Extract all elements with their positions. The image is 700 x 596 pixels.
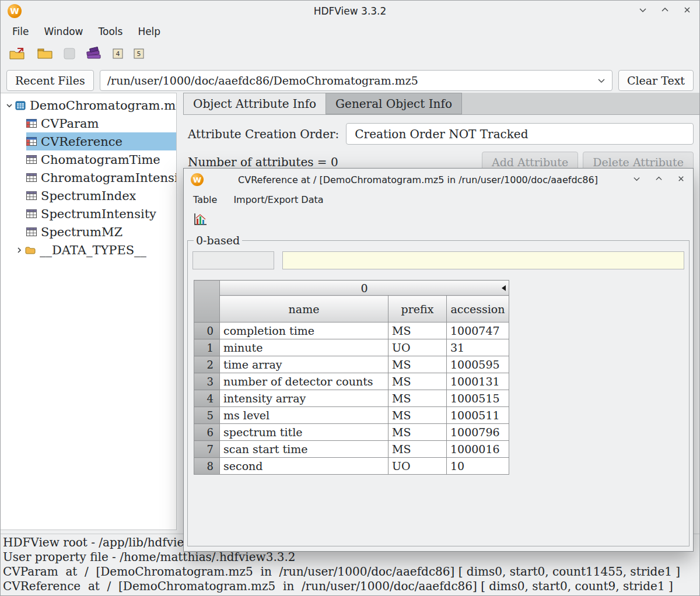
minimize-button[interactable]: [638, 6, 648, 16]
menu-import-export-data[interactable]: Import/Export Data: [233, 194, 323, 205]
chevron-down-icon[interactable]: [4, 101, 15, 110]
menu-help[interactable]: Help: [131, 23, 167, 40]
close-button[interactable]: [682, 6, 692, 16]
close-file-icon: [37, 47, 53, 63]
table-cell[interactable]: scan start time: [220, 441, 388, 458]
tree-item-cvreference[interactable]: CVReference: [1, 132, 176, 150]
collapse-marker-icon[interactable]: [502, 285, 506, 291]
table-cell[interactable]: MS: [388, 390, 447, 407]
table-cell[interactable]: minute: [220, 339, 388, 356]
tree-item-spectrumindex[interactable]: SpectrumIndex: [1, 187, 176, 205]
tree-item-datatypes[interactable]: __DATA_TYPES__: [1, 241, 176, 259]
dataset-table-icon: [26, 227, 37, 236]
table-corner[interactable]: [194, 281, 220, 322]
table-cell[interactable]: 1000595: [447, 356, 509, 373]
column-header-prefix[interactable]: prefix: [388, 296, 447, 322]
column-header-accession[interactable]: accession: [447, 296, 509, 322]
help-button[interactable]: [85, 45, 103, 64]
open-file-button[interactable]: [8, 45, 27, 65]
table-cell[interactable]: UO: [388, 458, 447, 475]
hdf5-button[interactable]: 5: [132, 47, 145, 62]
table-row: 1minuteUO31: [194, 339, 509, 356]
tree-item-chomatogramtime[interactable]: ChomatogramTime: [1, 150, 176, 169]
row-header[interactable]: 7: [194, 441, 220, 458]
row-header[interactable]: 5: [194, 407, 220, 424]
recent-files-bar: Recent Files /run/user/1000/doc/aaefdc86…: [1, 68, 699, 93]
plot-button[interactable]: [192, 212, 208, 230]
chevron-down-icon[interactable]: [597, 76, 606, 85]
table-cell[interactable]: 1000796: [447, 424, 509, 441]
dialog-titlebar[interactable]: W CVReference at / [DemoChromatogram.mz5…: [184, 169, 693, 191]
data-table[interactable]: 0 name prefix accession 0completion time…: [194, 280, 509, 475]
table-cell[interactable]: MS: [388, 424, 447, 441]
attribute-info-content: Attribute Creation Order: Creation Order…: [183, 115, 699, 172]
table-cell[interactable]: spectrum title: [220, 424, 388, 441]
clear-text-button[interactable]: Clear Text: [618, 70, 694, 91]
table-cell[interactable]: number of detector counts: [220, 373, 388, 390]
close-button[interactable]: [676, 174, 686, 185]
table-cell[interactable]: 10: [447, 458, 509, 475]
cell-reference-input[interactable]: [192, 251, 274, 269]
table-cell[interactable]: MS: [388, 322, 447, 339]
compound-table-icon: [26, 119, 37, 128]
table-cell[interactable]: MS: [388, 356, 447, 373]
row-header[interactable]: 3: [194, 373, 220, 390]
table-cell[interactable]: time array: [220, 356, 388, 373]
table-cell[interactable]: intensity array: [220, 390, 388, 407]
table-cell[interactable]: MS: [388, 373, 447, 390]
table-row: 6spectrum titleMS1000796: [194, 424, 509, 441]
table-row: 8secondUO10: [194, 458, 509, 475]
tab-general-object-info[interactable]: General Object Info: [326, 93, 462, 114]
row-header[interactable]: 0: [194, 322, 220, 339]
table-cell[interactable]: UO: [388, 339, 447, 356]
maximize-button[interactable]: [653, 174, 664, 185]
tree-item-cvparam[interactable]: CVParam: [1, 114, 176, 132]
table-cell[interactable]: 1000131: [447, 373, 509, 390]
tree-item-spectrummz[interactable]: SpectrumMZ: [1, 223, 176, 241]
dataset-table-icon: [26, 209, 37, 218]
row-header[interactable]: 6: [194, 424, 220, 441]
recent-path-combobox[interactable]: /run/user/1000/doc/aaefdc86/DemoChromato…: [100, 70, 612, 91]
table-cell[interactable]: second: [220, 458, 388, 475]
tab-object-attribute-info[interactable]: Object Attribute Info: [183, 93, 326, 114]
menu-file[interactable]: File: [5, 23, 36, 40]
tree-item-chromatogramintensity[interactable]: ChromatogramIntensity: [1, 169, 176, 187]
tree-item-root-file[interactable]: DemoChromatogram.mz5: [1, 96, 176, 114]
tree-item-spectrumintensity[interactable]: SpectrumIntensity: [1, 205, 176, 223]
chevron-down-icon: [638, 5, 648, 17]
blank-tool-button[interactable]: [62, 46, 76, 64]
table-cell[interactable]: ms level: [220, 407, 388, 424]
table-cell[interactable]: 31: [447, 339, 509, 356]
recent-files-button[interactable]: Recent Files: [6, 70, 94, 91]
cell-value-input[interactable]: [282, 251, 684, 269]
table-cell[interactable]: 1000515: [447, 390, 509, 407]
creation-order-field[interactable]: Creation Order NOT Tracked: [346, 123, 694, 145]
table-cell[interactable]: 1000016: [447, 441, 509, 458]
main-titlebar[interactable]: W HDFView 3.3.2: [1, 1, 699, 22]
tree-item-label: ChromatogramIntensity: [41, 171, 176, 185]
creation-order-label: Attribute Creation Order:: [188, 127, 339, 141]
row-header[interactable]: 1: [194, 339, 220, 356]
cvreference-table-window: W CVReference at / [DemoChromatogram.mz5…: [183, 168, 694, 552]
table-cell[interactable]: 1000511: [447, 407, 509, 424]
tree-item-label: __DATA_TYPES__: [40, 243, 146, 257]
close-file-button[interactable]: [36, 45, 54, 64]
minimize-button[interactable]: [631, 174, 642, 185]
table-cell[interactable]: completion time: [220, 322, 388, 339]
row-header[interactable]: 2: [194, 356, 220, 373]
column-group-header[interactable]: 0: [220, 281, 509, 296]
menu-table[interactable]: Table: [193, 194, 217, 205]
table-cell[interactable]: MS: [388, 441, 447, 458]
column-header-name[interactable]: name: [220, 296, 388, 322]
row-header[interactable]: 8: [194, 458, 220, 475]
menu-window[interactable]: Window: [37, 23, 90, 40]
menu-tools[interactable]: Tools: [91, 23, 130, 40]
row-header[interactable]: 4: [194, 390, 220, 407]
hdf5-file-icon: [15, 101, 26, 110]
table-cell[interactable]: 1000747: [447, 322, 509, 339]
maximize-button[interactable]: [660, 6, 670, 16]
table-cell[interactable]: MS: [388, 407, 447, 424]
main-menubar: File Window Tools Help: [1, 22, 699, 41]
chevron-right-icon[interactable]: [13, 246, 25, 254]
hdf4-button[interactable]: 4: [111, 47, 124, 62]
